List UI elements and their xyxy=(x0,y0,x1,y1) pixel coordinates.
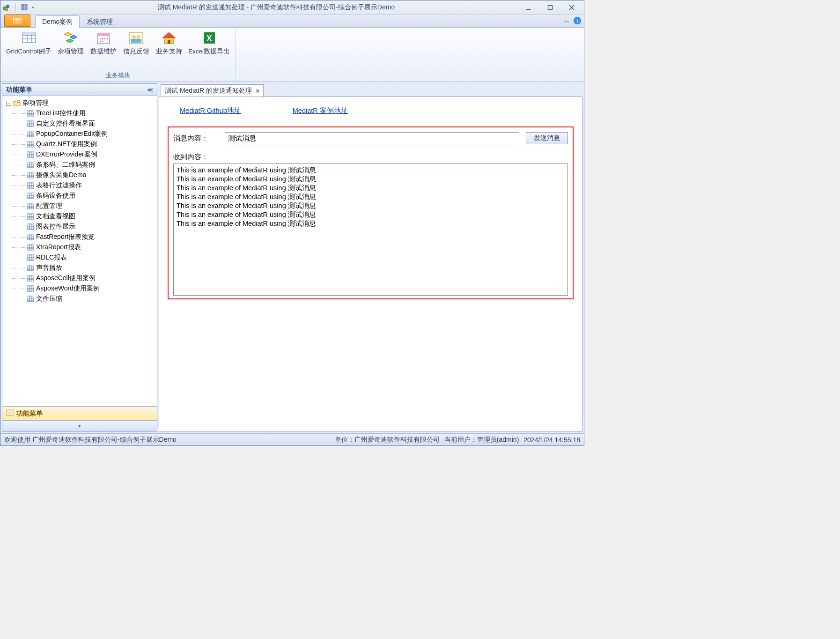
tree-item[interactable]: 表格行过滤操作 xyxy=(3,180,156,191)
sidebar-header: 功能菜单 ≪ xyxy=(2,84,157,96)
grid-item-icon xyxy=(27,182,34,189)
sidebar-tree[interactable]: − 杂项管理 TreeList控件使用自定义控件看板界面PopupContain… xyxy=(2,96,157,406)
svg-marker-22 xyxy=(70,35,77,39)
ribbon-item-misc[interactable]: 杂项管理 xyxy=(54,29,87,58)
status-user: 当前用户：管理员(admin) xyxy=(444,436,519,444)
ribbon-tab-strip: Demo案例 系统管理 ︽ i xyxy=(0,15,584,28)
ribbon-item-support[interactable]: 业务支持 xyxy=(153,29,185,58)
svg-rect-67 xyxy=(27,152,34,153)
svg-point-33 xyxy=(132,35,136,39)
svg-rect-139 xyxy=(27,275,34,277)
grid-item-icon xyxy=(27,244,34,251)
grid-item-icon xyxy=(27,131,34,137)
tree-item[interactable]: Quartz.NET使用案例 xyxy=(3,139,156,149)
tree-item[interactable]: AsposeCell使用案例 xyxy=(3,273,156,283)
tree-item[interactable]: 文件压缩 xyxy=(3,294,156,304)
ribbon: GridControl例子 杂项管理 数据维护 信息反馈 业务支持 xyxy=(0,28,584,82)
svg-marker-37 xyxy=(162,32,176,38)
people-icon xyxy=(129,30,144,45)
grid-item-icon xyxy=(27,172,34,178)
tab-close-icon[interactable]: × xyxy=(256,87,259,95)
tree-root[interactable]: − 杂项管理 xyxy=(3,98,156,108)
svg-rect-121 xyxy=(27,245,34,246)
tree-item[interactable]: TreeList控件使用 xyxy=(3,108,156,119)
tree-item[interactable]: AsposeWord使用案例 xyxy=(3,283,156,294)
send-button[interactable]: 发送消息 xyxy=(526,132,568,144)
help-icon[interactable]: i xyxy=(574,17,581,24)
tree-item[interactable]: RDLC报表 xyxy=(3,253,156,263)
msg-input[interactable] xyxy=(225,132,519,144)
tree-item-label: RDLC报表 xyxy=(36,253,67,262)
tree-item[interactable]: 自定义控件看板界面 xyxy=(3,119,156,129)
grid-item-icon xyxy=(27,162,34,168)
tree-item-label: FastReport报表预览 xyxy=(36,233,95,241)
tree-item-label: 摄像头采集Demo xyxy=(36,171,86,179)
svg-rect-157 xyxy=(7,410,13,411)
cubes-icon xyxy=(63,30,78,45)
svg-rect-115 xyxy=(27,234,34,236)
house-icon xyxy=(162,30,177,45)
grid-item-icon xyxy=(27,151,34,158)
close-button[interactable] xyxy=(561,2,582,13)
sidebar-bottom-bar[interactable]: 功能菜单 xyxy=(2,406,157,420)
sidebar-pager[interactable]: ▾ xyxy=(2,420,157,431)
svg-rect-41 xyxy=(17,100,20,102)
svg-rect-79 xyxy=(27,172,34,174)
tree-item[interactable]: 声音播放 xyxy=(3,263,156,273)
svg-point-30 xyxy=(100,41,101,42)
svg-rect-3 xyxy=(22,4,24,7)
tree-item[interactable]: 图表控件展示 xyxy=(3,222,156,232)
svg-rect-85 xyxy=(27,183,34,184)
svg-rect-49 xyxy=(27,121,34,122)
tree-item[interactable]: 文档查看视图 xyxy=(3,211,156,222)
grid-item-icon xyxy=(27,193,34,199)
grid-item-icon xyxy=(27,110,34,117)
svg-marker-21 xyxy=(64,32,72,36)
app-menu-button[interactable] xyxy=(4,15,30,27)
output-box[interactable]: This is an example of MediatR using 测试消息… xyxy=(173,163,568,296)
link-github[interactable]: MediatR Github地址 xyxy=(180,106,241,115)
status-company: 单位：广州爱奇迪软件科技有限公司 xyxy=(335,436,440,444)
grid-item-icon xyxy=(27,254,34,261)
tree-item[interactable]: PopupContainerEdit案例 xyxy=(3,129,156,139)
svg-rect-133 xyxy=(27,265,34,267)
tree-item[interactable]: 摄像头采集Demo xyxy=(3,170,156,180)
tree-item[interactable]: DXErrorProvider案例 xyxy=(3,149,156,160)
minimize-button[interactable] xyxy=(518,2,539,13)
svg-point-29 xyxy=(107,38,108,39)
tree-item-label: 表格行过滤操作 xyxy=(36,181,82,190)
link-sample[interactable]: MediatR 案例地址 xyxy=(293,106,348,115)
svg-rect-2 xyxy=(5,8,8,11)
document-tab-title: 测试 MediatR 的发送通知处理 xyxy=(165,87,252,95)
tree-item-label: 声音播放 xyxy=(36,264,62,272)
svg-rect-38 xyxy=(168,40,170,44)
titlebar: ▾ 测试 MediatR 的发送通知处理 - 广州爱奇迪软件科技有限公司-综合例… xyxy=(0,0,584,15)
tree-item[interactable]: 条形码、二维码案例 xyxy=(3,160,156,170)
ribbon-collapse-icon[interactable]: ︽ xyxy=(564,16,570,24)
tree-item[interactable]: FastReport报表预览 xyxy=(3,232,156,242)
qat-icon[interactable] xyxy=(21,3,29,12)
collapse-icon[interactable]: − xyxy=(6,101,11,106)
grid-item-icon xyxy=(27,120,34,127)
document-tab[interactable]: 测试 MediatR 的发送通知处理 × xyxy=(161,84,264,97)
pin-icon[interactable]: ≪ xyxy=(147,87,153,93)
svg-rect-103 xyxy=(27,214,34,215)
tree-item-label: 文档查看视图 xyxy=(36,212,75,221)
tree-item[interactable]: 条码设备使用 xyxy=(3,191,156,201)
svg-marker-23 xyxy=(66,39,74,43)
ribbon-tab-system[interactable]: 系统管理 xyxy=(80,15,120,28)
tree-item[interactable]: 配置管理 xyxy=(3,201,156,211)
app-logo-icon xyxy=(2,3,11,12)
maximize-button[interactable] xyxy=(540,2,560,13)
ribbon-item-feedback[interactable]: 信息反馈 xyxy=(120,29,153,58)
tree-item-label: DXErrorProvider案例 xyxy=(36,150,97,159)
svg-rect-91 xyxy=(27,193,34,194)
ribbon-item-datamaint[interactable]: 数据维护 xyxy=(87,29,120,58)
sidebar: 功能菜单 ≪ − 杂项管理 TreeList控件使用自定义控件看板界面Popup… xyxy=(2,83,157,432)
document-body: MediatR Github地址 MediatR 案例地址 消息内容： 发送消息… xyxy=(159,97,582,432)
tree-item[interactable]: XtraReport报表 xyxy=(3,242,156,253)
svg-rect-8 xyxy=(548,5,553,9)
ribbon-item-gridcontrol[interactable]: GridControl例子 xyxy=(3,29,54,58)
ribbon-tab-demo[interactable]: Demo案例 xyxy=(35,15,80,28)
ribbon-item-excel[interactable]: X Excel数据导出 xyxy=(185,29,233,58)
